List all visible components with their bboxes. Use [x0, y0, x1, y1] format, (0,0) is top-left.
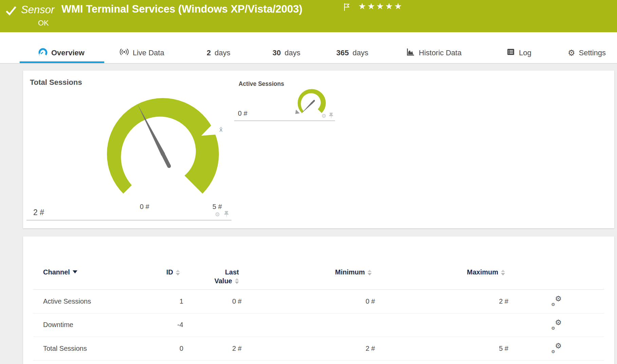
channel-settings-gears-icon[interactable]: ⚙⚙ [551, 296, 562, 306]
tab-bar: Overview Live Data 2 days 30 days 365 da… [0, 32, 617, 64]
gauge-icon [38, 47, 48, 59]
tab-365-days[interactable]: 365 days [336, 44, 368, 61]
gear-icon: ⚙ [568, 49, 575, 57]
active-sessions-gear-icon[interactable]: ⚙ [321, 113, 326, 119]
table-row: Active Sessions 1 0 # 0 # 2 # ⚙⚙ [33, 290, 604, 313]
sort-toggle-icon [501, 270, 505, 275]
tab-live-data[interactable]: Live Data [119, 44, 164, 61]
table-row: Downtime -4 ⚙⚙ [33, 313, 604, 337]
active-sessions-divider [234, 120, 335, 121]
object-kind-label: Sensor [21, 4, 54, 16]
channel-maximum: 2 # [375, 298, 508, 305]
channel-last-value: 2 # [183, 345, 242, 352]
log-icon [506, 47, 515, 58]
tab-30-days[interactable]: 30 days [273, 44, 300, 61]
status-check-icon [5, 5, 17, 18]
channel-table-header-row: Channel ID Last Value Minimum Maximum [33, 236, 604, 290]
total-sessions-max-label: 5 # [212, 203, 222, 211]
active-sessions-gauge-arc [298, 89, 326, 113]
broadcast-icon [119, 47, 129, 58]
header-maximum[interactable]: Maximum [375, 236, 508, 276]
sort-toggle-icon [368, 270, 372, 275]
channel-settings-gears-icon[interactable]: ⚙⚙ [551, 343, 562, 353]
total-sessions-gauge-arc [107, 98, 219, 194]
total-sessions-pin-icon[interactable] [224, 211, 229, 219]
table-row: Total Sessions 0 2 # 2 # 5 # ⚙⚙ [33, 337, 604, 361]
channel-last-value: 0 # [183, 298, 242, 305]
active-sessions-pin-icon[interactable] [329, 113, 334, 121]
flag-icon[interactable] [343, 3, 351, 13]
sort-toggle-icon [176, 270, 180, 275]
channel-settings-gears-icon[interactable]: ⚙⚙ [551, 320, 562, 330]
active-sessions-title: Active Sessions [239, 80, 284, 88]
total-sessions-divider [26, 220, 231, 221]
active-sessions-avg-notch [295, 110, 300, 114]
tab-2-days[interactable]: 2 days [207, 44, 230, 61]
channel-minimum: 0 # [242, 298, 375, 305]
header-minimum[interactable]: Minimum [242, 236, 375, 276]
channel-id: 0 [155, 345, 183, 352]
channel-name: Downtime [33, 321, 155, 329]
sensor-header-bar: Sensor WMI Terminal Services (Windows XP… [0, 0, 617, 32]
channel-table: Channel ID Last Value Minimum Maximum [33, 236, 604, 361]
gauges-graphic [23, 71, 614, 228]
gauges-panel: Total Sessions 2 # 0 # 5 # x̄ ⚙ Active S… [23, 71, 614, 228]
header-id[interactable]: ID [155, 236, 183, 276]
total-sessions-gear-icon[interactable]: ⚙ [215, 212, 220, 217]
sort-desc-icon [73, 270, 77, 273]
active-sessions-needle [301, 100, 315, 114]
total-sessions-min-label: 0 # [140, 203, 149, 211]
total-sessions-title: Total Sessions [30, 78, 82, 87]
channels-panel: Channel ID Last Value Minimum Maximum [23, 236, 614, 364]
priority-stars[interactable]: ★★★★★ [358, 1, 403, 11]
tab-historic-data[interactable]: Historic Data [406, 44, 462, 61]
tab-settings[interactable]: ⚙ Settings [568, 44, 606, 61]
header-channel[interactable]: Channel [33, 236, 155, 276]
channel-id: -4 [155, 321, 183, 329]
total-sessions-value: 2 # [33, 208, 44, 217]
channel-id: 1 [155, 298, 183, 305]
tab-overview[interactable]: Overview [38, 44, 85, 61]
channel-name: Active Sessions [33, 298, 155, 305]
active-sessions-value: 0 # [238, 110, 247, 117]
channel-minimum: 2 # [242, 345, 375, 352]
channel-maximum: 5 # [375, 345, 508, 352]
sensor-status-text: OK [38, 19, 49, 27]
sort-toggle-icon [235, 278, 239, 284]
average-marker-label: x̄ [219, 126, 223, 133]
sensor-title: WMI Terminal Services (Windows XP/Vista/… [61, 3, 302, 15]
channel-name: Total Sessions [33, 345, 155, 352]
tab-log[interactable]: Log [506, 44, 531, 61]
area-chart-icon [406, 47, 415, 59]
header-last-value[interactable]: Last Value [183, 236, 242, 285]
active-tab-underline [20, 61, 104, 63]
